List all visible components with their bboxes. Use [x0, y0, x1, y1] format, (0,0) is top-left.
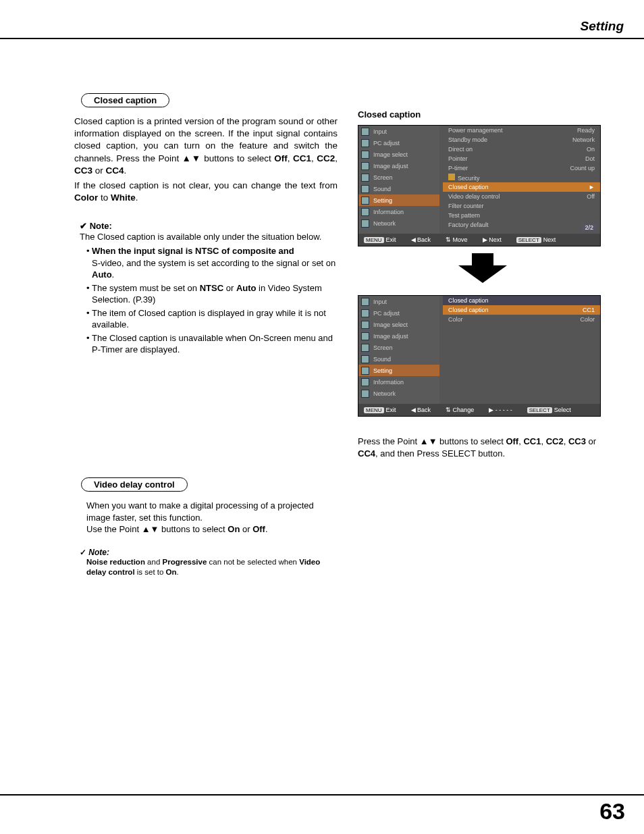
osd-side-item: Input — [358, 126, 439, 137]
osd-side-item: Image adjust — [358, 160, 439, 172]
osd-side-item: Network — [358, 388, 439, 399]
osd-main-item: Direct onOn — [443, 145, 600, 154]
osd-screenshot-2: InputPC adjustImage selectImage adjustSc… — [358, 295, 601, 417]
osd-side-item: Input — [358, 296, 439, 307]
vd-body: When you want to make a digital processi… — [86, 500, 338, 536]
page-number: 63 — [599, 798, 625, 824]
cc-note-intro: The Closed caption is available only und… — [80, 231, 338, 243]
cc-paragraph-1: Closed caption is a printed version of t… — [74, 115, 338, 177]
osd-side-item: Network — [358, 217, 439, 229]
lock-icon — [448, 174, 455, 180]
video-delay-heading: Video delay control — [81, 477, 188, 492]
osd2-title: Closed caption — [443, 296, 600, 305]
osd-main-item: Closed captionCC1 — [443, 305, 600, 315]
osd1-page-indicator: 2/2 — [582, 224, 596, 231]
osd-main-item: Filter counter — [443, 201, 600, 211]
osd-main-item: Power managementReady — [443, 126, 600, 135]
osd-main-item: Closed caption► — [443, 182, 600, 192]
osd-side-item: Screen — [358, 342, 439, 353]
cc-note-bullets: •When the input signal is NTSC of compos… — [86, 245, 338, 356]
osd-side-item: Image select — [358, 319, 439, 330]
left-column: Closed caption Closed caption is a print… — [74, 93, 338, 577]
osd-main-item: Factory default — [443, 220, 600, 230]
osd-side-item: Setting — [358, 194, 439, 206]
figure-title: Closed caption — [358, 109, 608, 120]
osd-screenshot-1: InputPC adjustImage selectImage adjustSc… — [358, 125, 601, 246]
osd-side-item: Information — [358, 206, 439, 217]
page-footer: 63 — [0, 794, 644, 834]
osd-side-item: Image select — [358, 149, 439, 160]
down-arrow-icon — [458, 253, 507, 284]
page-header: Setting — [0, 0, 644, 39]
osd-side-item: Information — [358, 376, 439, 388]
osd-side-item: Sound — [358, 183, 439, 194]
osd-main-item: P-timerCount up — [443, 163, 600, 173]
video-delay-section: Video delay control When you want to mak… — [74, 477, 338, 577]
figure-caption: Press the Point ▲▼ buttons to select Off… — [358, 436, 608, 459]
osd-side-item: PC adjust — [358, 307, 439, 319]
osd-side-item: PC adjust — [358, 137, 439, 149]
osd-main-item: Security — [443, 173, 600, 182]
osd-side-item: Setting — [358, 365, 439, 376]
section-title: Setting — [581, 19, 624, 33]
osd-main-item: ColorColor — [443, 315, 600, 324]
osd-side-item: Sound — [358, 353, 439, 365]
content-area: Closed caption Closed caption is a print… — [0, 39, 644, 577]
osd-side-item: Screen — [358, 172, 439, 183]
cc-paragraph-2: If the closed caption is not clear, you … — [74, 180, 338, 204]
osd-main-item: PointerDot — [443, 154, 600, 163]
closed-caption-heading: Closed caption — [81, 93, 169, 107]
cc-note-label: Note: — [80, 221, 338, 231]
vd-note-body: Noise reduction and Progressive can not … — [86, 557, 338, 577]
osd-main-item: Video delay controlOff — [443, 192, 600, 201]
osd-main-item: Test pattern — [443, 211, 600, 220]
osd1-navbar: MENUExit ◀ Back ⇅ Move ▶ Next SELECTNext — [358, 234, 600, 246]
vd-note-label: Note: — [80, 548, 338, 557]
osd2-navbar: MENUExit ◀ Back ⇅ Change ▶ - - - - - SEL… — [358, 404, 600, 416]
right-column: Closed caption InputPC adjustImage selec… — [358, 93, 608, 577]
osd-main-item: Standby modeNetwork — [443, 135, 600, 145]
osd-side-item: Image adjust — [358, 330, 439, 342]
